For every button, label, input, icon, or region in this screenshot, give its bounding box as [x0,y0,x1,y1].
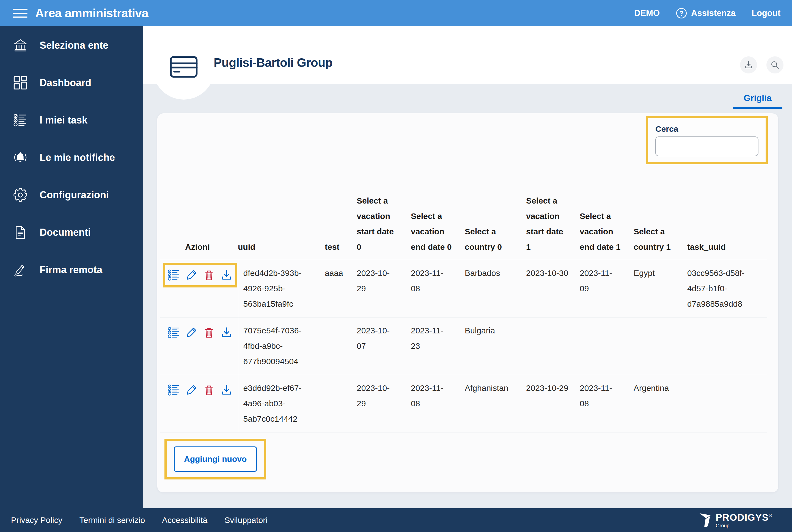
cell-end-date-0: 2023-11-08 [411,375,465,433]
column-header-country-1: Select a country 1 [634,193,687,260]
download-icon [220,326,233,339]
cell-task-uuid [687,375,767,433]
sidebar-item-dashboard[interactable]: Dashboard [0,73,143,92]
column-header-end-date-1: Select a vacation end date 1 [580,193,634,260]
sidebar-item-seleziona-ente[interactable]: Seleziona ente [0,36,143,55]
sidebar-item-label: Firma remota [40,264,102,276]
row-edit-button[interactable] [185,269,198,281]
checklist-icon [13,113,27,127]
actions-group [163,378,237,402]
assistance-link[interactable]: Assistenza [676,7,736,19]
cell-country-1: Argentina [634,375,687,433]
search-button[interactable] [767,56,784,73]
row-edit-button[interactable] [185,384,198,396]
cell-country-0: Afghanistan [465,375,526,433]
topbar: Area amministrativa DEMO Assistenza Logo… [0,0,792,26]
pencil-icon [185,269,198,281]
checklist-icon [168,384,180,396]
trash-icon [203,269,215,281]
footer-link-termini[interactable]: Termini di servizio [79,515,145,525]
table-row: dfed4d2b-393b-4926-925b-563ba15fa9fc aaa… [160,260,767,318]
menu-icon[interactable] [12,7,28,19]
footer-link-privacy[interactable]: Privacy Policy [11,515,62,525]
row-delete-button[interactable] [203,269,215,281]
search-input[interactable] [655,136,758,156]
download-icon [220,269,233,281]
cell-start-date-1: 2023-10-30 [526,260,580,318]
page-title: Puglisi-Bartoli Group [214,56,332,70]
sidebar-item-firma-remota[interactable]: Firma remota [0,260,143,280]
row-detail-button[interactable] [168,384,180,396]
cell-end-date-0: 2023-11-08 [411,260,465,318]
table-row: e3d6d92b-ef67-4a96-ab03-5ab7c0c14442 202… [160,375,767,433]
prodigys-logo-icon [699,512,711,528]
row-edit-button[interactable] [185,326,198,339]
question-circle-icon [676,7,687,19]
row-download-button[interactable] [220,384,233,396]
export-button[interactable] [740,56,757,73]
cell-end-date-1: 2023-11-08 [580,375,634,433]
sidebar-item-configurazioni[interactable]: Configurazioni [0,185,143,205]
cell-end-date-1: 2023-11-09 [580,260,634,318]
page-header: Puglisi-Bartoli Group Griglia [143,26,792,84]
data-grid-wrapper: Azioni uuid test Select a vacation start… [160,193,767,433]
checklist-icon [168,269,180,281]
sidebar-item-label: Dashboard [40,77,91,89]
sidebar-item-le-mie-notifiche[interactable]: Le mie notifiche [0,148,143,167]
cell-start-date-0: 2023-10-29 [357,260,411,318]
logout-link[interactable]: Logout [752,8,780,18]
cell-start-date-0: 2023-10-07 [357,318,411,375]
sidebar-item-documenti[interactable]: Documenti [0,223,143,242]
row-delete-button[interactable] [203,326,215,339]
footer-logo: PRODIGYS® Group [699,512,792,528]
bell-icon [13,150,27,165]
gear-icon [13,188,27,202]
cell-task-uuid: 03cc9563-d58f-4d57-b1f0-d7a9885a9dd8 [687,260,767,318]
search-panel: Cerca [646,116,768,164]
header-toolbar [740,56,784,73]
actions-cell [160,375,238,433]
tab-griglia[interactable]: Griglia [733,93,783,109]
cell-end-date-0: 2023-11-23 [411,318,465,375]
footer-link-accessibilita[interactable]: Accessibilità [162,515,207,525]
assistance-label: Assistenza [691,8,736,18]
topbar-actions: DEMO Assistenza Logout [634,7,792,19]
row-download-button[interactable] [220,269,233,281]
column-header-task-uuid: task_uuid [687,193,767,260]
footer: Privacy Policy Termini di servizio Acces… [0,508,792,532]
data-grid: Azioni uuid test Select a vacation start… [160,193,767,433]
cell-country-0: Bulgaria [465,318,526,375]
row-download-button[interactable] [220,326,233,339]
sidebar-item-label: Configurazioni [40,189,109,201]
column-header-end-date-0: Select a vacation end date 0 [411,193,465,260]
add-new-button[interactable]: Aggiungi nuovo [174,446,257,472]
row-delete-button[interactable] [203,384,215,396]
main-content: Puglisi-Bartoli Group Griglia Cerca [143,26,792,508]
cell-country-0: Barbados [465,260,526,318]
cell-test [325,318,357,375]
table-row: 7075e54f-7036-4fbd-a9bc-677b90094504 202… [160,318,767,375]
actions-highlight [163,263,237,287]
add-new-highlight: Aggiungi nuovo [165,439,266,479]
checklist-icon [168,326,180,339]
footer-link-sviluppatori[interactable]: Sviluppatori [225,515,268,525]
actions-cell [160,318,238,375]
actions-cell [160,260,238,318]
trash-icon [203,384,215,396]
actions-group [163,320,237,345]
row-detail-button[interactable] [168,326,180,339]
logo-group-label: Group [716,523,772,528]
sidebar-item-i-miei-task[interactable]: I miei task [0,111,143,130]
cell-test [325,375,357,433]
app-title: Area amministrativa [35,6,148,20]
logo-name: PRODIGYS [716,512,769,522]
cell-country-1: Egypt [634,260,687,318]
row-detail-button[interactable] [168,269,180,281]
sidebar-item-label: I miei task [40,114,88,126]
search-label: Cerca [655,124,758,134]
download-icon [744,60,753,70]
user-label[interactable]: DEMO [634,8,660,18]
cell-start-date-1 [526,318,580,375]
signature-icon [13,263,27,277]
cell-start-date-1: 2023-10-29 [526,375,580,433]
